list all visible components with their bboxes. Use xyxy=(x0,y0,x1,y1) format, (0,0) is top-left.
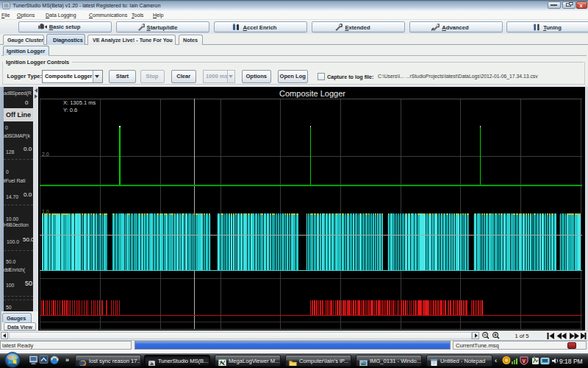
svg-text:X: 1305.1 ms: X: 1305.1 ms xyxy=(63,99,96,106)
svg-text:1.0: 1.0 xyxy=(42,209,49,214)
svg-text:V: V xyxy=(523,358,526,364)
svg-text:2.0: 2.0 xyxy=(42,152,49,157)
svg-text:Composite Logger: Composite Logger xyxy=(279,89,345,98)
svg-text:Y: 0.6: Y: 0.6 xyxy=(63,107,77,113)
